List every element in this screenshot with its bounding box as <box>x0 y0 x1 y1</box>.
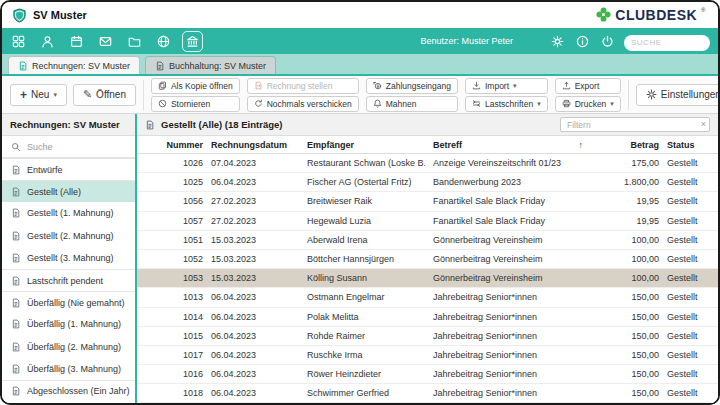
tab[interactable]: Rechnungen: SV Muster <box>8 56 140 74</box>
table-row[interactable]: 1017 06.04.2023 Ruschke Irma Jahrebeitra… <box>137 346 718 365</box>
user-label: Benutzer: Muster Peter <box>420 36 513 46</box>
settings-gear-icon[interactable] <box>549 33 566 50</box>
import-label: Import <box>485 81 509 91</box>
chevron-down-icon: ▾ <box>53 91 57 99</box>
sidebar-item[interactable]: Entwürfe <box>2 158 135 180</box>
cell-empfaenger: Böttcher Hannsjürgen <box>307 254 425 264</box>
rechnung-stellen-button[interactable]: Rechnung stellen <box>247 78 359 94</box>
filter-box: × <box>560 117 710 132</box>
zahlungseingang-button[interactable]: Zahlungseingang <box>366 78 458 94</box>
cell-status: Gestellt <box>667 273 710 283</box>
modules-grid-icon[interactable] <box>10 33 27 50</box>
column-header-empfaenger[interactable]: Empfänger <box>307 140 425 150</box>
tab-label: Buchhaltung: SV Muster <box>169 61 266 71</box>
sidebar-item-label: Überfällig (Nie gemahnt) <box>27 298 125 308</box>
cell-empfaenger: Aberwald Irena <box>307 235 425 245</box>
gear-icon <box>646 89 657 100</box>
clear-filter-icon[interactable]: × <box>701 120 706 129</box>
cell-nummer: 1018 <box>145 388 203 398</box>
sidebar-item-label: Gestellt (2. Mahnung) <box>27 231 114 241</box>
table-row[interactable]: 1016 06.04.2023 Röwer Heinzdieter Jahreb… <box>137 365 718 384</box>
sort-ascending-icon[interactable]: ↑ <box>579 140 584 150</box>
oeffnen-button[interactable]: ✎ Öffnen <box>73 84 136 106</box>
table-row[interactable]: 1056 27.02.2023 Breitwieser Raik Fanarti… <box>137 192 718 211</box>
oeffnen-label: Öffnen <box>96 89 126 100</box>
sidebar-search[interactable]: Suche <box>2 136 135 158</box>
cell-empfaenger: Röwer Heinzdieter <box>307 369 425 379</box>
sidebar-item[interactable]: Gestellt (2. Mahnung) <box>2 225 135 247</box>
stornieren-button[interactable]: Stornieren <box>151 96 240 112</box>
sidebar-item-label: Überfällig (3. Mahnung) <box>27 364 121 374</box>
info-icon[interactable] <box>574 33 591 50</box>
module-icons <box>10 33 201 50</box>
sidebar-item[interactable]: Überfällig (Nie gemahnt) <box>2 291 135 313</box>
sidebar-item[interactable]: Gestellt (Alle) <box>2 180 135 202</box>
table-row[interactable]: 1014 06.04.2023 Polak Melitta Jahrebeitr… <box>137 308 718 327</box>
sidebar-item[interactable]: Lastschrift pendent <box>2 269 135 291</box>
export-icon <box>562 81 571 90</box>
drucken-button[interactable]: Drucken ▾ <box>555 96 621 112</box>
cell-betrag: 19,95 <box>591 216 659 226</box>
column-header-rechnungsdatum[interactable]: Rechnungsdatum <box>211 140 299 150</box>
export-button[interactable]: Export <box>555 78 621 94</box>
lastschriften-button[interactable]: Lastschriften ▾ <box>465 96 548 112</box>
website-globe-icon[interactable] <box>155 33 172 50</box>
sidebar-item-list: Entwürfe Gestellt (Alle) Gestellt (1. Ma… <box>2 158 135 403</box>
table-row[interactable]: 1057 27.02.2023 Hegewald Luzia Fanartike… <box>137 212 718 231</box>
calendar-icon[interactable] <box>68 33 85 50</box>
table-row[interactable]: 1013 06.04.2023 Ostmann Engelmar Jahrebe… <box>137 288 718 307</box>
list-title: Gestellt (Alle) (18 Einträge) <box>161 119 282 130</box>
cell-rechnungsdatum: 06.04.2023 <box>211 350 299 360</box>
sidebar-item[interactable]: Überfällig (3. Mahnung) <box>2 358 135 380</box>
column-header-betreff[interactable]: Betreff ↑ <box>433 140 583 150</box>
column-header-status[interactable]: Status <box>667 140 710 150</box>
table-row[interactable]: 1051 15.03.2023 Aberwald Irena Gönnerbei… <box>137 231 718 250</box>
sidebar-item[interactable]: Gestellt (3. Mahnung) <box>2 247 135 269</box>
cell-rechnungsdatum: 15.03.2023 <box>211 254 299 264</box>
sidebar-item-label: Gestellt (1. Mahnung) <box>27 208 114 218</box>
neu-button[interactable]: + Neu ▾ <box>10 84 67 106</box>
sidebar-item[interactable]: Überfällig (2. Mahnung) <box>2 336 135 358</box>
nochmals-verschicken-button[interactable]: Nochmals verschicken <box>247 96 359 112</box>
cell-empfaenger: Ostmann Engelmar <box>307 292 425 302</box>
cell-rechnungsdatum: 06.04.2023 <box>211 369 299 379</box>
table-row[interactable]: 1053 15.03.2023 Kölling Susann Gönnerbei… <box>137 269 718 288</box>
mail-icon[interactable] <box>97 33 114 50</box>
sidebar-item[interactable]: Gestellt (1. Mahnung) <box>2 202 135 224</box>
invoice-list-icon <box>11 187 21 197</box>
documents-folder-icon[interactable] <box>126 33 143 50</box>
table-row[interactable]: 1018 06.04.2023 Schwimmer Gerfried Jahre… <box>137 384 718 403</box>
sidebar-item[interactable]: Überfällig (1. Mahnung) <box>2 313 135 335</box>
table-row[interactable]: 1015 06.04.2023 Rohde Raimer Jahrebeitra… <box>137 327 718 346</box>
nochmals-verschicken-label: Nochmals verschicken <box>267 99 352 109</box>
cell-betrag: 100,00 <box>591 235 659 245</box>
filter-input[interactable] <box>560 117 710 132</box>
invoice-table: Nummer Rechnungsdatum Empfänger Betreff … <box>137 136 718 403</box>
global-search-input[interactable] <box>624 35 710 51</box>
import-button[interactable]: Import ▾ <box>465 78 548 94</box>
einstellungen-button[interactable]: Einstellungen ▾ <box>636 84 720 106</box>
cell-nummer: 1051 <box>145 235 203 245</box>
als-kopie-oeffnen-button[interactable]: Als Kopie öffnen <box>151 78 240 94</box>
power-logout-icon[interactable] <box>599 33 616 50</box>
sidebar-item-label: Lastschrift pendent <box>27 276 103 286</box>
chevron-down-icon: ▾ <box>513 82 517 90</box>
table-row[interactable]: 1026 07.04.2023 Restaurant Schwan (Loske… <box>137 154 718 173</box>
cell-nummer: 1014 <box>145 312 203 322</box>
chevron-down-icon: ▾ <box>610 100 614 108</box>
tab[interactable]: Buchhaltung: SV Muster <box>145 56 276 74</box>
cancel-circle-icon <box>158 99 167 108</box>
bell-icon <box>373 99 382 108</box>
als-kopie-label: Als Kopie öffnen <box>171 81 233 91</box>
column-header-nummer[interactable]: Nummer <box>145 140 203 150</box>
cell-betreff: Jahrebeitrag Senior*innen <box>433 331 583 341</box>
finance-bank-icon[interactable] <box>184 33 201 50</box>
table-row[interactable]: 1052 15.03.2023 Böttcher Hannsjürgen Gön… <box>137 250 718 269</box>
sidebar-item[interactable]: Abgeschlossen (Ein Jahr) <box>2 380 135 402</box>
cell-empfaenger: Kölling Susann <box>307 273 425 283</box>
column-header-betrag[interactable]: Betrag <box>591 140 659 150</box>
contacts-icon[interactable] <box>39 33 56 50</box>
mahnen-button[interactable]: Mahnen <box>366 96 458 112</box>
table-row[interactable]: 1025 06.04.2023 Fischer AG (Ostertal Fri… <box>137 173 718 192</box>
invoice-list-icon <box>11 364 21 374</box>
